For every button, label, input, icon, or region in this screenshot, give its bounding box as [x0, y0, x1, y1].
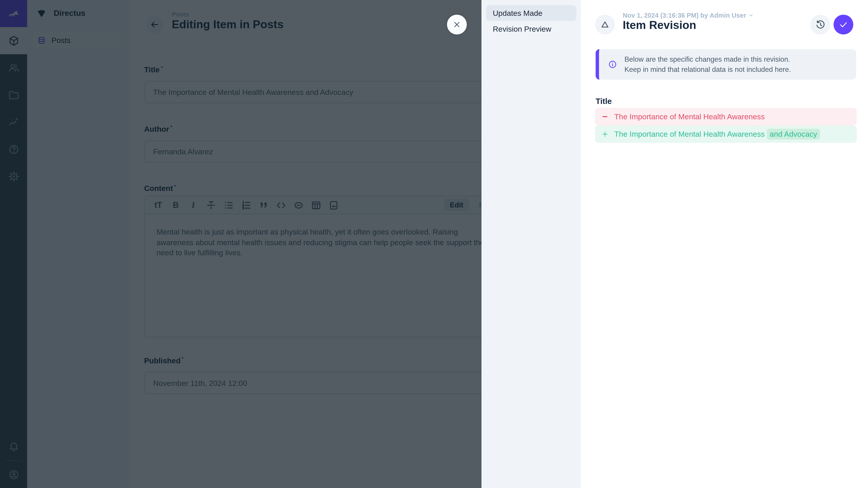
diff-removed-row: The Importance of Mental Health Awarenes… [595, 108, 857, 126]
diff-added-highlight: and Advocacy [767, 129, 820, 140]
info-icon [608, 59, 618, 70]
diff-field-label: Title [596, 97, 612, 106]
done-button[interactable] [834, 15, 854, 35]
app-root: Directus Posts Posts Editing Item in Pos… [0, 0, 868, 488]
chevron-down-icon [748, 12, 754, 19]
revision-meta-dropdown[interactable]: Nov 1, 2024 (3:16:36 PM) by Admin User [623, 12, 754, 19]
history-restore-icon [815, 19, 826, 30]
revision-avatar [595, 15, 615, 35]
triangle-delta-icon [600, 19, 611, 30]
diff-added-row: The Importance of Mental Health Awarenes… [595, 125, 857, 143]
check-icon [838, 19, 849, 30]
drawer-title: Item Revision [623, 19, 696, 32]
minus-icon [601, 113, 609, 121]
revert-button[interactable] [810, 15, 830, 35]
revision-meta-text: Nov 1, 2024 (3:16:36 PM) by Admin User [623, 12, 746, 19]
notice-line-1: Below are the specific changes made in t… [625, 54, 791, 64]
diff-added-text: The Importance of Mental Health Awarenes… [614, 130, 820, 138]
close-button[interactable] [447, 15, 467, 35]
revision-drawer: Nov 1, 2024 (3:16:36 PM) by Admin User I… [581, 0, 868, 488]
notice-line-2: Keep in mind that relational data is not… [625, 64, 791, 74]
drawer-nav-item-revision-preview[interactable]: Revision Preview [486, 21, 577, 37]
drawer-nav-item-updates-made[interactable]: Updates Made [486, 5, 577, 21]
notice-text: Below are the specific changes made in t… [625, 54, 791, 74]
close-icon [452, 20, 462, 30]
drawer-nav: Updates Made Revision Preview [482, 0, 581, 488]
diff-removed-text: The Importance of Mental Health Awarenes… [614, 112, 765, 121]
plus-icon [601, 131, 609, 138]
revision-notice: Below are the specific changes made in t… [596, 49, 856, 80]
